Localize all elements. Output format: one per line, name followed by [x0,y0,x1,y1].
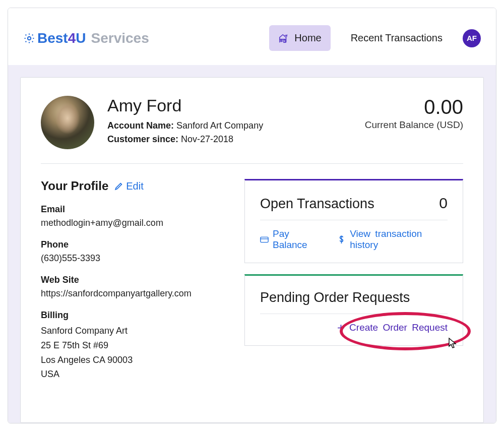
open-transactions-panel: Open Transactions 0 Pay Balance [244,179,463,263]
customer-since-label: Customer since: [107,134,178,144]
profile-meta: Amy Ford Account Name: Sanford Art Compa… [107,96,263,148]
topbar: Best4U Services Home Recent Transactions… [8,8,496,65]
profile-name: Amy Ford [107,96,263,115]
your-profile-title: Your Profile [41,179,108,193]
website-label: Web Site [41,275,222,285]
app-window: Best4U Services Home Recent Transactions… [8,8,496,423]
card-icon [260,235,269,244]
gear-icon [23,32,35,44]
website-value: https://sanfordcompanyartgallery.com [41,288,222,299]
dollar-icon [337,235,346,244]
nav-home-label: Home [294,32,321,44]
content-area: Amy Ford Account Name: Sanford Art Compa… [8,65,496,423]
svg-rect-3 [261,237,268,242]
view-transaction-history-link[interactable]: View transaction history [337,228,448,251]
pending-order-requests-panel: Pending Order Requests Create Order Requ… [244,274,463,346]
open-transactions-title: Open Transactions [260,196,374,212]
billing-city: Los Angeles CA 90003 [41,353,222,367]
svg-point-0 [28,36,31,39]
nav-recent-label: Recent Transactions [351,32,443,44]
phone-value: (630)555-3393 [41,253,222,264]
plus-icon [337,324,345,332]
balance-label: Current Balance (USD) [365,119,463,131]
svg-rect-1 [284,40,285,42]
email-label: Email [41,204,222,215]
create-order-request-link[interactable]: Create Order Request [337,322,448,333]
nav-home[interactable]: Home [269,25,330,51]
customer-since-value: Nov-27-2018 [181,134,233,144]
home-icon [278,33,289,43]
profile-header: Amy Ford Account Name: Sanford Art Compa… [41,96,463,164]
pencil-icon [114,182,123,191]
panels-column: Open Transactions 0 Pay Balance [244,179,463,393]
profile-details-column: Your Profile Edit Email methodlogin+amy@… [41,179,222,393]
account-name-label: Account Name: [107,120,174,131]
profile-card: Amy Ford Account Name: Sanford Art Compa… [20,77,484,423]
nav-recent-transactions[interactable]: Recent Transactions [342,25,452,51]
balance-amount: 0.00 [365,96,463,118]
svg-rect-2 [281,40,282,41]
brand-logo: Best4U Services [23,30,149,46]
pending-order-requests-title: Pending Order Requests [260,290,410,305]
balance-block: 0.00 Current Balance (USD) [365,96,463,131]
edit-profile-link[interactable]: Edit [114,180,143,192]
pay-balance-link[interactable]: Pay Balance [260,228,324,251]
user-avatar-badge[interactable]: AF [463,29,481,47]
billing-label: Billing [41,310,222,321]
account-name-value: Sanford Art Company [176,120,263,131]
email-value: methodlogin+amy@gmail.com [41,218,222,228]
top-nav: Home Recent Transactions AF [269,25,481,51]
billing-country: USA [41,367,222,382]
billing-company: Sanford Company Art [41,324,222,338]
profile-avatar [41,96,94,149]
billing-street: 25 E 75th St #69 [41,338,222,353]
open-transactions-count: 0 [439,195,448,212]
phone-label: Phone [41,239,222,250]
